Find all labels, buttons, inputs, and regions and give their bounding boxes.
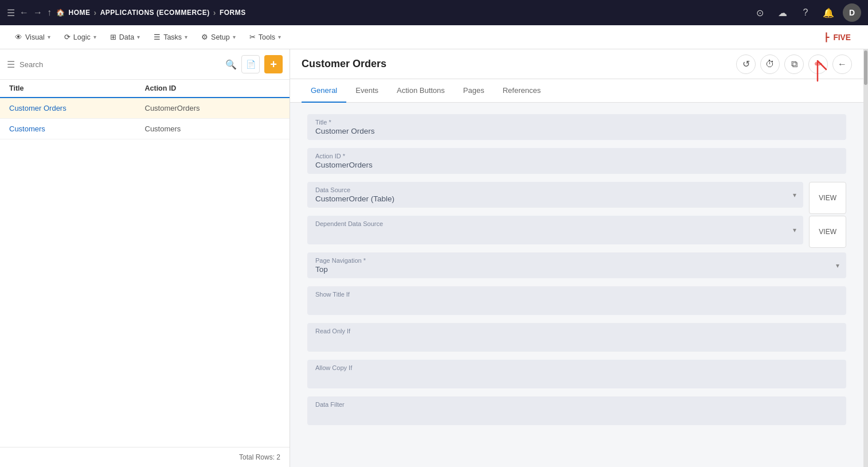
breadcrumb-sep-2: › — [213, 8, 216, 17]
allow-copy-if-value — [315, 372, 838, 384]
tools-icon: ✂ — [249, 33, 256, 41]
tasks-icon: ☰ — [154, 33, 161, 41]
table-footer: Total Rows: 2 — [0, 447, 290, 467]
setup-arrow: ▾ — [233, 34, 236, 40]
tab-action-buttons[interactable]: Action Buttons — [388, 79, 454, 103]
breadcrumb-home[interactable]: HOME — [69, 9, 91, 17]
tab-events[interactable]: Events — [346, 79, 388, 103]
form-actions: ↺ ⏱ ⧉ ✏ ← — [736, 55, 852, 74]
nav-tools[interactable]: ✂ Tools ▾ — [244, 29, 287, 45]
history-icon[interactable]: ⏱ — [760, 55, 780, 74]
action-id-label: Action ID * — [315, 153, 838, 159]
page-navigation-field[interactable]: Page Navigation * Top ▾ — [307, 252, 846, 278]
data-source-dropdown-icon: ▾ — [793, 191, 796, 199]
total-rows-label: Total Rows: 2 — [239, 453, 280, 461]
menu-icon[interactable]: ☰ — [7, 7, 15, 18]
secondary-nav: 👁 Visual ▾ ⟳ Logic ▾ ⊞ Data ▾ ☰ Tasks ▾ … — [0, 25, 868, 49]
data-icon: ⊞ — [110, 33, 116, 41]
monitor-icon[interactable]: ⊙ — [751, 4, 768, 21]
data-filter-field[interactable]: Data Filter — [307, 396, 846, 425]
title-value: Customer Orders — [315, 127, 838, 135]
top-nav-bar: ☰ ← → ↑ 🏠 HOME › APPLICATIONS (ECOMMERCE… — [0, 0, 868, 25]
form-content: Title * Customer Orders Action ID * Cust… — [290, 103, 863, 467]
bell-icon[interactable]: 🔔 — [820, 4, 837, 21]
nav-data[interactable]: ⊞ Data ▾ — [104, 29, 146, 45]
search-icon[interactable]: 🔍 — [225, 59, 237, 70]
document-icon[interactable]: 📄 — [241, 55, 260, 73]
breadcrumb-applications[interactable]: APPLICATIONS (ECOMMERCE) — [100, 9, 210, 17]
user-avatar[interactable]: D — [843, 3, 861, 22]
up-icon[interactable]: ↑ — [47, 7, 52, 18]
back-icon[interactable]: ← — [19, 7, 29, 18]
data-source-row: Data Source CustomerOrder (Table) ▾ VIEW — [307, 182, 846, 216]
edit-icon[interactable]: ✏ — [808, 55, 828, 74]
search-input[interactable] — [19, 58, 221, 71]
action-id-field[interactable]: Action ID * CustomerOrders — [307, 148, 846, 174]
filter-icon[interactable]: ☰ — [7, 59, 15, 70]
data-source-value: CustomerOrder (Table) — [315, 194, 795, 203]
data-filter-label: Data Filter — [315, 401, 838, 408]
search-input-wrap — [19, 58, 221, 71]
cloud-icon[interactable]: ☁ — [774, 4, 791, 21]
copy-icon[interactable]: ⧉ — [784, 55, 804, 74]
nav-visual[interactable]: 👁 Visual ▾ — [9, 30, 56, 45]
main-layout: ☰ 🔍 📄 + Title Action ID Customer Orders … — [0, 49, 868, 467]
read-only-if-value — [315, 336, 838, 347]
row-title-2: Customers — [9, 124, 145, 133]
form-header: Customer Orders ↺ ⏱ ⧉ ✏ ← — [290, 49, 863, 79]
nav-logic[interactable]: ⟳ Logic ▾ — [58, 29, 102, 45]
right-panel: Customer Orders ↺ ⏱ ⧉ ✏ ← General Events… — [290, 49, 863, 467]
read-only-if-label: Read Only If — [315, 328, 838, 334]
scrollbar[interactable] — [863, 49, 868, 467]
tab-pages[interactable]: Pages — [454, 79, 494, 103]
dependent-data-source-field[interactable]: Dependent Data Source ▾ — [307, 216, 803, 244]
search-bar: ☰ 🔍 📄 + — [0, 49, 290, 80]
page-navigation-label: Page Navigation * — [315, 257, 838, 264]
data-arrow: ▾ — [137, 34, 140, 40]
allow-copy-if-label: Allow Copy If — [315, 364, 838, 371]
dependent-data-source-label: Dependent Data Source — [315, 220, 795, 227]
row-action-2: Customers — [145, 124, 281, 133]
logic-icon: ⟳ — [64, 33, 71, 41]
allow-copy-if-field[interactable]: Allow Copy If — [307, 360, 846, 388]
dependent-data-source-view-button[interactable]: VIEW — [809, 216, 846, 248]
nav-tasks[interactable]: ☰ Tasks ▾ — [148, 29, 193, 45]
breadcrumb-sep-1: › — [94, 8, 97, 17]
data-source-view-button[interactable]: VIEW — [809, 182, 846, 214]
scrollbar-thumb[interactable] — [864, 50, 867, 85]
nav-setup[interactable]: ⚙ Setup ▾ — [196, 29, 241, 45]
refresh-icon[interactable]: ↺ — [736, 55, 756, 74]
tab-general[interactable]: General — [302, 79, 346, 103]
setup-icon: ⚙ — [201, 33, 208, 41]
data-filter-value — [315, 409, 838, 421]
row-action-1: CustomerOrders — [145, 104, 281, 112]
show-title-if-value — [315, 299, 838, 310]
forward-icon[interactable]: → — [33, 7, 42, 18]
help-icon[interactable]: ? — [797, 4, 814, 21]
tab-references[interactable]: References — [494, 79, 550, 103]
left-panel: ☰ 🔍 📄 + Title Action ID Customer Orders … — [0, 49, 290, 467]
table-row[interactable]: Customer Orders CustomerOrders — [0, 98, 290, 119]
form-title: Customer Orders — [302, 58, 386, 70]
visual-icon: 👁 — [15, 33, 22, 41]
breadcrumb-forms[interactable]: FORMS — [220, 9, 246, 17]
five-logo: FIVE — [824, 30, 859, 44]
logic-arrow: ▾ — [93, 34, 96, 40]
show-title-if-field[interactable]: Show Title If — [307, 286, 846, 315]
read-only-if-field[interactable]: Read Only If — [307, 323, 846, 352]
breadcrumb: 🏠 HOME › APPLICATIONS (ECOMMERCE) › FORM… — [56, 8, 246, 17]
tabs-bar: General Events Action Buttons Pages Refe… — [290, 79, 863, 103]
page-navigation-dropdown-icon: ▾ — [836, 262, 839, 270]
tools-arrow: ▾ — [278, 34, 281, 40]
close-icon[interactable]: ← — [832, 55, 852, 74]
add-button[interactable]: + — [264, 55, 283, 73]
title-field[interactable]: Title * Customer Orders — [307, 114, 846, 140]
dependent-data-source-value — [315, 228, 795, 240]
action-id-value: CustomerOrders — [315, 161, 838, 169]
data-source-field[interactable]: Data Source CustomerOrder (Table) ▾ — [307, 182, 803, 208]
dependent-data-source-row: Dependent Data Source ▾ VIEW — [307, 216, 846, 252]
show-title-if-label: Show Title If — [315, 291, 838, 298]
table-row[interactable]: Customers Customers — [0, 119, 290, 139]
tasks-arrow: ▾ — [185, 34, 187, 40]
table-header: Title Action ID — [0, 80, 290, 98]
